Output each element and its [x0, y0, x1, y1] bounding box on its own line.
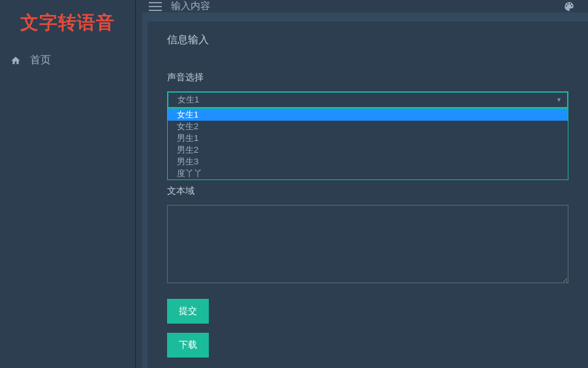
- menu-toggle-icon[interactable]: [149, 1, 162, 12]
- voice-option[interactable]: 度丫丫: [168, 168, 568, 179]
- main: 输入内容 信息输入 声音选择 女生1 ▼ 女生1 女生2 男生1 男生2 男生3…: [136, 0, 588, 368]
- topbar: 输入内容: [136, 0, 588, 12]
- voice-select-label: 声音选择: [167, 72, 568, 84]
- voice-select-display[interactable]: 女生1 ▼: [167, 91, 568, 108]
- textarea-label: 文本域: [167, 185, 568, 197]
- panel-title: 信息输入: [167, 33, 568, 47]
- panel: 信息输入 声音选择 女生1 ▼ 女生1 女生2 男生1 男生2 男生3 度丫丫 …: [147, 22, 588, 368]
- voice-option[interactable]: 男生2: [168, 144, 568, 156]
- voice-dropdown: 女生1 女生2 男生1 男生2 男生3 度丫丫: [167, 108, 568, 180]
- logo: 文字转语音: [0, 0, 135, 46]
- home-icon: [10, 55, 21, 66]
- content-textarea[interactable]: [167, 205, 568, 283]
- download-button[interactable]: 下载: [167, 333, 209, 358]
- content-area: 信息输入 声音选择 女生1 ▼ 女生1 女生2 男生1 男生2 男生3 度丫丫 …: [136, 12, 588, 368]
- voice-select[interactable]: 女生1 ▼ 女生1 女生2 男生1 男生2 男生3 度丫丫: [167, 91, 568, 180]
- sidebar: 文字转语音 首页: [0, 0, 136, 368]
- voice-option[interactable]: 男生3: [168, 156, 568, 168]
- sidebar-item-label: 首页: [30, 54, 51, 67]
- voice-select-value: 女生1: [178, 94, 199, 106]
- logo-text: 文字转语音: [20, 10, 115, 35]
- voice-option[interactable]: 女生1: [168, 109, 568, 121]
- voice-option[interactable]: 女生2: [168, 121, 568, 132]
- voice-option[interactable]: 男生1: [168, 132, 568, 144]
- breadcrumb: 输入内容: [171, 0, 210, 12]
- palette-icon[interactable]: [563, 1, 575, 12]
- sidebar-item-home[interactable]: 首页: [0, 46, 135, 75]
- chevron-down-icon: ▼: [556, 97, 562, 103]
- submit-button[interactable]: 提交: [167, 299, 209, 324]
